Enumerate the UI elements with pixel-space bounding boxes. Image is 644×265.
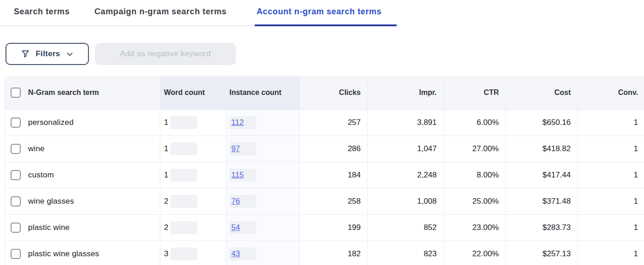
filters-button[interactable]: Filters xyxy=(6,43,89,65)
cost-cell: $371.48 xyxy=(506,188,578,214)
term-cell: wine glasses xyxy=(5,188,160,214)
cost-cell: $418.82 xyxy=(506,136,578,162)
tab-search-terms[interactable]: Search terms xyxy=(14,7,70,17)
conv-cell: 1 xyxy=(578,188,644,214)
ctr-cell: 8.00% xyxy=(444,162,506,188)
conv-cell: 1 xyxy=(578,162,644,188)
chevron-down-icon xyxy=(66,50,74,58)
clicks-cell: 257 xyxy=(300,110,368,135)
word-count-value: 2 xyxy=(164,197,168,206)
col-header-ctr[interactable]: CTR xyxy=(444,76,506,109)
impressions-cell: 823 xyxy=(368,241,444,265)
add-negative-keyword-button[interactable]: Add as negative keyword xyxy=(95,43,236,65)
row-checkbox[interactable] xyxy=(11,118,21,128)
term-cell: personalized xyxy=(5,110,160,135)
instance-count-link[interactable]: 76 xyxy=(231,197,240,206)
instance-count-cell: 112 xyxy=(226,110,300,135)
word-count-bar xyxy=(170,116,197,129)
instance-count-cell: 43 xyxy=(226,241,300,265)
tabs-bar: Search terms Campaign n-gram search term… xyxy=(0,0,644,27)
word-count-cell: 2 xyxy=(160,215,226,241)
impressions-cell: 2,248 xyxy=(368,162,444,188)
instance-count-cell: 115 xyxy=(226,162,300,188)
page: Search terms Campaign n-gram search term… xyxy=(0,0,644,265)
col-header-cost[interactable]: Cost xyxy=(506,76,578,109)
cost-cell: $283.73 xyxy=(506,215,578,241)
instance-count-cell: 54 xyxy=(226,215,300,241)
row-checkbox[interactable] xyxy=(11,249,21,259)
instance-count-link[interactable]: 115 xyxy=(231,171,244,180)
ngram-term: wine xyxy=(28,144,45,153)
ctr-cell: 23.00% xyxy=(444,215,506,241)
ctr-cell: 25.00% xyxy=(444,188,506,214)
instance-count-chip: 97 xyxy=(229,142,256,155)
cost-cell: $417.44 xyxy=(506,162,578,188)
table-row: wine 1 97 286 1,047 27.00% $418.82 1 xyxy=(5,136,644,162)
impressions-cell: 3,891 xyxy=(368,110,444,135)
instance-count-link[interactable]: 54 xyxy=(231,223,240,232)
table-row: personalized 1 112 257 3,891 6.00% $650.… xyxy=(5,110,644,136)
word-count-value: 1 xyxy=(164,144,168,153)
col-header-term[interactable]: N-Gram search term xyxy=(28,88,99,97)
impressions-cell: 1,047 xyxy=(368,136,444,162)
word-count-bar xyxy=(170,221,197,234)
conv-cell: 1 xyxy=(578,136,644,162)
tab-campaign-ngram[interactable]: Campaign n-gram search terms xyxy=(94,7,227,17)
table-header-row: N-Gram search term Word count Instance c… xyxy=(5,76,644,110)
instance-count-chip: 115 xyxy=(229,169,256,182)
word-count-value: 1 xyxy=(164,118,168,127)
header-cell-term: N-Gram search term xyxy=(5,76,160,109)
ngram-term: plastic wine xyxy=(28,223,70,232)
word-count-value: 3 xyxy=(164,249,168,259)
row-checkbox[interactable] xyxy=(11,144,21,154)
row-checkbox[interactable] xyxy=(11,196,21,206)
funnel-icon xyxy=(21,49,30,59)
instance-count-cell: 76 xyxy=(226,188,300,214)
word-count-cell: 1 xyxy=(160,110,226,135)
ngram-term: plastic wine glasses xyxy=(28,249,99,259)
col-header-impressions[interactable]: Impr. xyxy=(368,76,444,109)
table-row: plastic wine 2 54 199 852 23.00% $283.73… xyxy=(5,215,644,241)
conv-cell: 1 xyxy=(578,110,644,135)
instance-count-link[interactable]: 43 xyxy=(231,249,240,259)
row-checkbox[interactable] xyxy=(11,223,21,233)
term-cell: custom xyxy=(5,162,160,188)
impressions-cell: 852 xyxy=(368,215,444,241)
clicks-cell: 286 xyxy=(300,136,368,162)
table-row: wine glasses 2 76 258 1,008 25.00% $371.… xyxy=(5,188,644,215)
instance-count-link[interactable]: 97 xyxy=(231,144,240,153)
conv-cell: 1 xyxy=(578,215,644,241)
tab-account-ngram[interactable]: Account n-gram search terms xyxy=(257,7,381,17)
word-count-cell: 1 xyxy=(160,136,226,162)
table-row: custom 1 115 184 2,248 8.00% $417.44 1 xyxy=(5,162,644,188)
col-header-instance-count[interactable]: Instance count xyxy=(226,76,300,109)
impressions-cell: 1,008 xyxy=(368,188,444,214)
col-header-clicks[interactable]: Clicks xyxy=(300,76,368,109)
cost-cell: $257.13 xyxy=(506,241,578,265)
word-count-value: 1 xyxy=(164,171,168,180)
word-count-cell: 2 xyxy=(160,188,226,214)
instance-count-link[interactable]: 112 xyxy=(231,118,244,127)
active-tab-underline xyxy=(255,24,397,26)
instance-count-chip: 76 xyxy=(229,195,256,208)
word-count-bar xyxy=(170,169,197,182)
word-count-cell: 3 xyxy=(160,241,226,265)
ctr-cell: 27.00% xyxy=(444,136,506,162)
clicks-cell: 182 xyxy=(300,241,368,265)
clicks-cell: 199 xyxy=(300,215,368,241)
term-cell: plastic wine glasses xyxy=(5,241,160,265)
col-header-conv[interactable]: Conv. xyxy=(578,76,644,109)
ngram-term: custom xyxy=(28,171,54,180)
select-all-checkbox[interactable] xyxy=(11,88,21,98)
instance-count-chip: 43 xyxy=(229,247,256,260)
cost-cell: $650.16 xyxy=(506,110,578,135)
word-count-cell: 1 xyxy=(160,162,226,188)
term-cell: wine xyxy=(5,136,160,162)
col-header-word-count[interactable]: Word count xyxy=(160,76,226,109)
ngram-term: wine glasses xyxy=(28,197,74,206)
row-checkbox[interactable] xyxy=(11,170,21,180)
instance-count-cell: 97 xyxy=(226,136,300,162)
term-cell: plastic wine xyxy=(5,215,160,241)
word-count-bar xyxy=(170,195,197,208)
ctr-cell: 6.00% xyxy=(444,110,506,135)
